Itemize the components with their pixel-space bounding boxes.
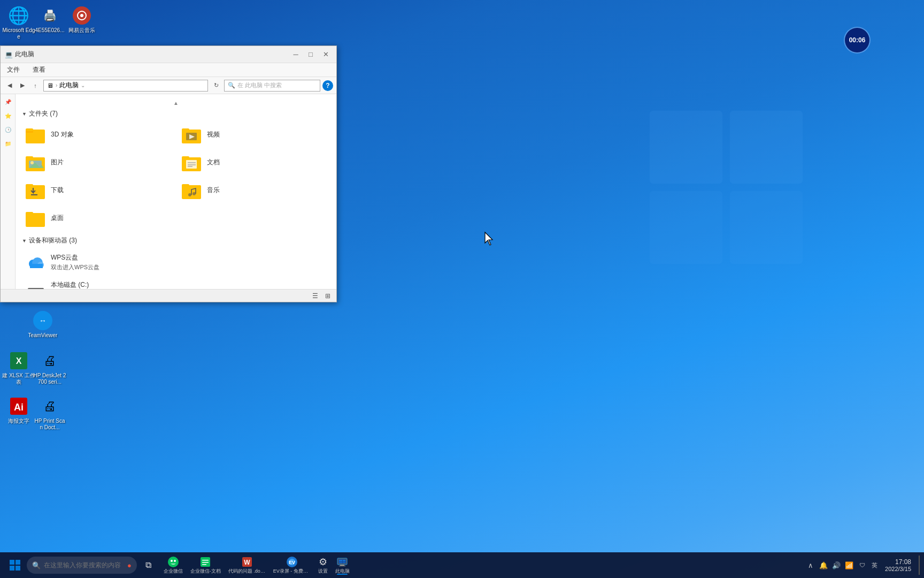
folder-documents[interactable]: 文档 xyxy=(178,150,330,174)
menu-item-view[interactable]: 查看 xyxy=(30,64,48,75)
folder-pictures[interactable]: 图片 xyxy=(22,150,174,174)
folder-downloads[interactable]: 下载 xyxy=(22,178,174,202)
svg-rect-67 xyxy=(202,562,209,563)
nav-clock-icon[interactable]: 🕒 xyxy=(3,124,13,135)
svg-point-64 xyxy=(174,560,176,562)
windows-logo-watermark xyxy=(646,107,806,268)
explorer-body: 📌 ⭐ 🕒 📁 ▲ ▼ 文件夹 (7) xyxy=(1,94,336,289)
menu-item-file[interactable]: 文件 xyxy=(5,64,22,75)
address-bar: ◀ ▶ ↑ 🖥 › 此电脑 ⌄ ↻ 🔍 在 此电脑 中搜索 ? xyxy=(1,77,336,94)
nav-pin-icon[interactable]: 📌 xyxy=(3,96,13,107)
taskbar-app-wps[interactable]: W 代码的问题 .doc -... xyxy=(225,554,269,576)
svg-rect-68 xyxy=(202,564,206,565)
svg-text:X: X xyxy=(16,356,22,366)
desktop-icon-teamviewer[interactable]: ↔ TeamViewer xyxy=(24,308,61,341)
tray-network-icon[interactable]: 📶 xyxy=(844,560,854,571)
folder-3d-objects[interactable]: 3D 对象 xyxy=(22,123,174,146)
desktop-icon-hp-scan[interactable]: 🖨 HP Print Scan Doct... xyxy=(31,393,68,433)
folder-downloads-label: 下载 xyxy=(51,186,64,195)
nav-forward-button[interactable]: ▶ xyxy=(17,80,28,92)
svg-rect-31 xyxy=(26,185,45,199)
tray-speaker-icon[interactable]: 🔊 xyxy=(831,560,842,571)
drives-section: WPS云盘 双击进入WPS云盘 xyxy=(22,249,330,289)
folder-desktop[interactable]: 桌面 xyxy=(22,206,174,230)
taskbar-app-weixin-work[interactable]: 企业微信 xyxy=(160,554,186,576)
nav-back-button[interactable]: ◀ xyxy=(4,80,16,92)
desktop-icon-hp-deskjet[interactable]: 🖨 HP DeskJet 2700 seri... xyxy=(31,348,68,387)
scroll-up-control[interactable]: ▲ xyxy=(22,98,330,107)
svg-rect-81 xyxy=(339,562,342,564)
drive-c[interactable]: 本地磁盘 (C:) 25.3 GB 可用，共 96.4 GB xyxy=(22,278,330,289)
taskbar-search-icon: 🔍 xyxy=(32,561,41,569)
address-chevron-down: ⌄ xyxy=(81,82,85,88)
title-bar: 💻 此电脑 ─ □ ✕ xyxy=(1,46,336,63)
svg-rect-59 xyxy=(16,560,20,565)
show-desktop-button[interactable] xyxy=(917,556,920,575)
tray-notification-icon[interactable]: 🔔 xyxy=(818,560,829,571)
view-details-button[interactable]: ☰ xyxy=(310,291,320,301)
desktop: 00:06 🌐 Microsoft Edge 🖨️ 4E55E026... 网易… xyxy=(0,0,924,578)
svg-rect-43 xyxy=(30,264,43,268)
drive-wps-cloud[interactable]: WPS云盘 双击进入WPS云盘 xyxy=(22,249,330,275)
tray-show-hidden-icon[interactable]: ∧ xyxy=(805,560,816,571)
window-title: 此电脑 xyxy=(15,50,34,59)
folder-documents-label: 文档 xyxy=(207,158,220,167)
taskbar-app-this-pc[interactable]: 此电脑 xyxy=(332,554,353,576)
home-icon: 🖥 xyxy=(47,82,53,89)
nav-star-icon[interactable]: ⭐ xyxy=(3,110,13,121)
svg-rect-27 xyxy=(186,160,197,169)
svg-rect-38 xyxy=(26,213,45,227)
view-tiles-button[interactable]: ⊞ xyxy=(322,291,333,301)
folder-music[interactable]: 音乐 xyxy=(178,178,330,202)
start-button[interactable] xyxy=(4,554,26,576)
taskbar-app-settings[interactable]: ⚙ 设置 xyxy=(315,554,331,576)
folder-pictures-label: 图片 xyxy=(51,158,64,167)
svg-text:EV: EV xyxy=(289,560,295,565)
wps-cloud-name: WPS云盘 xyxy=(51,253,99,262)
folders-grid: 3D 对象 视频 xyxy=(22,123,330,230)
svg-rect-17 xyxy=(182,128,189,131)
svg-rect-26 xyxy=(182,156,189,159)
timer-display: 00:06 xyxy=(844,27,871,54)
close-button[interactable]: ✕ xyxy=(319,49,332,60)
task-view-button[interactable]: ⧉ xyxy=(138,554,159,576)
system-clock[interactable]: 17:08 2022/3/15 xyxy=(882,558,914,572)
drives-section-header: ▼ 设备和驱动器 (3) xyxy=(22,236,330,245)
tray-language[interactable]: 英 xyxy=(869,560,880,571)
svg-rect-21 xyxy=(26,156,33,159)
desktop-icon-netease[interactable]: 网易云音乐 xyxy=(63,3,101,36)
address-path[interactable]: 🖥 › 此电脑 ⌄ xyxy=(43,80,208,92)
folders-section-label: 文件夹 (7) xyxy=(29,109,58,118)
taskbar-search-input[interactable] xyxy=(44,561,124,569)
svg-rect-76 xyxy=(340,565,344,566)
taskbar-app-ev-recorder[interactable]: EV EV录屏 - 免费高清... xyxy=(270,554,314,576)
nav-folder-icon[interactable]: 📁 xyxy=(3,138,13,149)
maximize-button[interactable]: □ xyxy=(304,49,317,60)
window-icon: 💻 xyxy=(5,51,13,58)
menu-bar: 文件 查看 xyxy=(1,63,336,77)
folders-chevron: ▼ xyxy=(22,111,27,117)
svg-rect-2 xyxy=(650,191,722,264)
refresh-button[interactable]: ↻ xyxy=(210,80,222,92)
taskbar-search[interactable]: 🔍 ● xyxy=(27,557,137,574)
svg-rect-1 xyxy=(730,111,803,184)
svg-point-62 xyxy=(168,557,179,567)
address-text: 此电脑 xyxy=(59,81,79,90)
folder-video[interactable]: 视频 xyxy=(178,123,330,146)
minimize-button[interactable]: ─ xyxy=(289,49,302,60)
folder-desktop-label: 桌面 xyxy=(51,214,64,223)
clock-date: 2022/3/15 xyxy=(885,566,911,572)
help-button[interactable]: ? xyxy=(322,80,333,91)
drive-c-name: 本地磁盘 (C:) xyxy=(51,280,136,289)
svg-rect-61 xyxy=(16,566,20,571)
mouse-cursor xyxy=(484,231,495,246)
svg-rect-80 xyxy=(343,560,345,561)
svg-rect-58 xyxy=(10,560,14,565)
nav-up-button[interactable]: ↑ xyxy=(29,80,41,92)
search-box[interactable]: 🔍 在 此电脑 中搜索 xyxy=(224,80,320,92)
tray-shield-icon[interactable]: 🛡 xyxy=(857,560,867,571)
taskbar: 🔍 ● ⧉ 企业微信 xyxy=(0,552,924,578)
taskbar-app-weixin-doc[interactable]: 企业微信-文档 xyxy=(187,554,224,576)
svg-rect-60 xyxy=(10,566,14,571)
svg-rect-15 xyxy=(26,128,33,131)
